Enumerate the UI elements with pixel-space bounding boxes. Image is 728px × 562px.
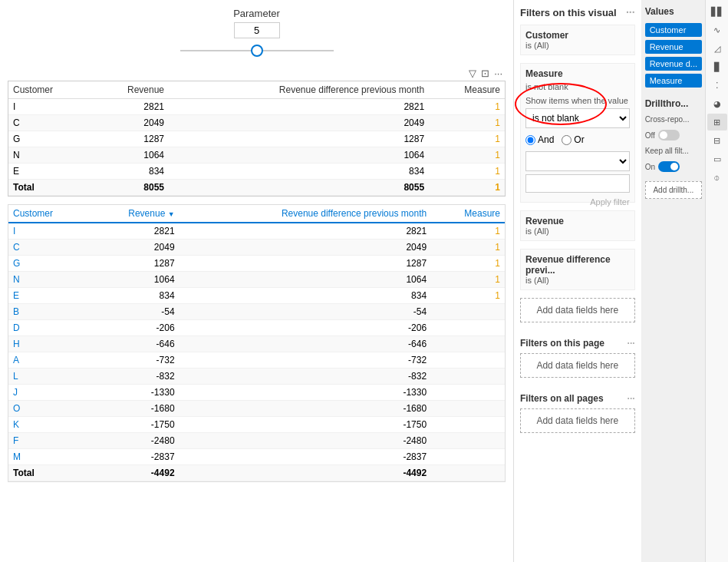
card-icon[interactable]: ▭ [707,150,727,167]
slider-thumb[interactable] [251,45,263,57]
lower-td-rev-diff: -832 [180,369,432,385]
lower-td-customer: D [8,320,89,336]
upper-td-rev-diff: 1287 [169,131,429,147]
lower-table-container: Customer Revenue ▼ Revenue difference pr… [8,204,506,482]
cross-report-toggle[interactable] [658,130,680,140]
upper-td-customer: E [8,164,91,180]
lower-td-rev-diff: 2049 [180,240,432,256]
slider-container[interactable] [180,43,334,58]
add-drillthrough-button[interactable]: Add drillth... [645,181,702,199]
lower-td-customer: C [8,240,89,256]
upper-th-measure[interactable]: Measure [429,81,505,99]
customer-filter-section[interactable]: Customer is (All) [520,25,635,55]
lower-table-row: A -732 -732 [8,352,505,369]
lower-td-measure [431,320,505,336]
matrix-icon[interactable]: ⊟ [707,132,727,149]
focus-icon[interactable]: ⊡ [481,68,489,79]
lower-td-customer: I [8,223,89,240]
bar-chart-icon[interactable]: ▋▋ [707,3,727,20]
page-add-data-button[interactable]: Add data fields here [520,353,635,378]
second-condition-dropdown[interactable] [525,151,630,171]
all-pages-more[interactable]: ··· [628,393,635,404]
scatter-icon[interactable]: ⁚ [707,77,727,94]
funnel-icon[interactable]: ⌽ [707,169,727,186]
parameter-input[interactable] [234,22,280,38]
or-option[interactable]: Or [562,134,584,145]
lower-td-revenue: -54 [89,304,180,320]
cross-report-label: Cross-repo... [645,115,690,124]
revenue-filter-field: Revenue [525,216,630,226]
lower-th-rev-diff[interactable]: Revenue difference previous month [180,205,432,223]
measure-chip[interactable]: Measure [645,74,702,88]
page-filters-more[interactable]: ··· [628,338,635,349]
pie-icon[interactable]: ◕ [707,95,727,112]
lower-table-row: D -206 -206 [8,320,505,336]
lower-table-row: M -2837 -2837 [8,449,505,465]
filter-icon[interactable]: ▽ [469,68,476,79]
customer-chip[interactable]: Customer [645,23,702,37]
lower-total-label: Total [8,465,89,481]
lower-table-row: G 1287 1287 1 [8,256,505,272]
upper-table-row: N 1064 1064 1 [8,147,505,164]
condition-dropdown[interactable]: is not blank is blank is greater than is… [525,108,630,128]
lower-table-row: C 2049 2049 1 [8,240,505,256]
parameter-label: Parameter [8,8,506,19]
more-icon[interactable]: ··· [494,68,502,79]
filter-text-input[interactable] [525,174,630,193]
and-radio[interactable] [525,135,535,145]
lower-td-rev-diff: -1750 [180,417,432,433]
rev-diff-filter-section[interactable]: Revenue difference previ... is (All) [520,249,635,290]
keep-filters-toggle[interactable] [658,161,680,172]
upper-td-rev-diff: 1064 [169,147,429,164]
lower-th-revenue[interactable]: Revenue ▼ [89,205,180,223]
lower-th-measure[interactable]: Measure [431,205,505,223]
rev-diff-filter-value: is (All) [525,276,630,285]
stacked-bar-icon[interactable]: ▊ [707,58,727,75]
upper-th-revenue[interactable]: Revenue [91,81,169,99]
lower-td-customer: E [8,288,89,304]
lower-total-row: Total -4492 -4492 [8,465,505,481]
upper-td-measure: 1 [429,164,505,180]
upper-td-rev-diff: 2049 [169,115,429,131]
lower-table-row: J -1330 -1330 [8,385,505,401]
apply-filter-button[interactable]: Apply filter [590,197,629,207]
lower-td-rev-diff: -732 [180,352,432,369]
lower-table-row: K -1750 -1750 [8,417,505,433]
upper-td-customer: G [8,131,91,147]
upper-th-rev-diff[interactable]: Revenue difference previous month [169,81,429,99]
lower-td-revenue: -646 [89,336,180,352]
revenue-chip[interactable]: Revenue [645,40,702,54]
lower-td-rev-diff: -206 [180,320,432,336]
right-panel: Filters on this visual ··· Customer is (… [513,0,728,562]
visual-add-data-button[interactable]: Add data fields here [520,298,635,322]
lower-td-measure [431,433,505,449]
upper-th-customer[interactable]: Customer [8,81,91,99]
all-pages-filters-header: Filters on all pages ··· [520,393,635,404]
or-radio[interactable] [562,135,572,145]
and-option[interactable]: And [525,134,554,145]
lower-td-measure: 1 [431,240,505,256]
all-pages-title: Filters on all pages [520,393,604,404]
lower-td-revenue: -2837 [89,449,180,465]
lower-td-rev-diff: -1680 [180,401,432,417]
lower-th-customer[interactable]: Customer [8,205,89,223]
table-icon[interactable]: ⊞ [707,114,727,131]
lower-total-measure [431,465,505,481]
area-chart-icon[interactable]: ◿ [707,40,727,57]
upper-td-customer: I [8,99,91,115]
upper-td-customer: N [8,147,91,164]
lower-td-customer: N [8,272,89,288]
filters-more-icon[interactable]: ··· [626,6,635,18]
lower-td-customer: G [8,256,89,272]
revenue-filter-section[interactable]: Revenue is (All) [520,210,635,241]
lower-td-rev-diff: 1064 [180,272,432,288]
all-pages-add-data-button[interactable]: Add data fields here [520,408,635,433]
sort-icon: ▼ [168,210,175,218]
rev-diff-chip[interactable]: Revenue d... [645,57,702,71]
lower-td-revenue: 1287 [89,256,180,272]
lower-td-measure [431,449,505,465]
line-chart-icon[interactable]: ∿ [707,21,727,38]
rev-diff-filter-field: Revenue difference previ... [525,254,630,276]
lower-td-rev-diff: -54 [180,304,432,320]
upper-table-row: I 2821 2821 1 [8,99,505,115]
